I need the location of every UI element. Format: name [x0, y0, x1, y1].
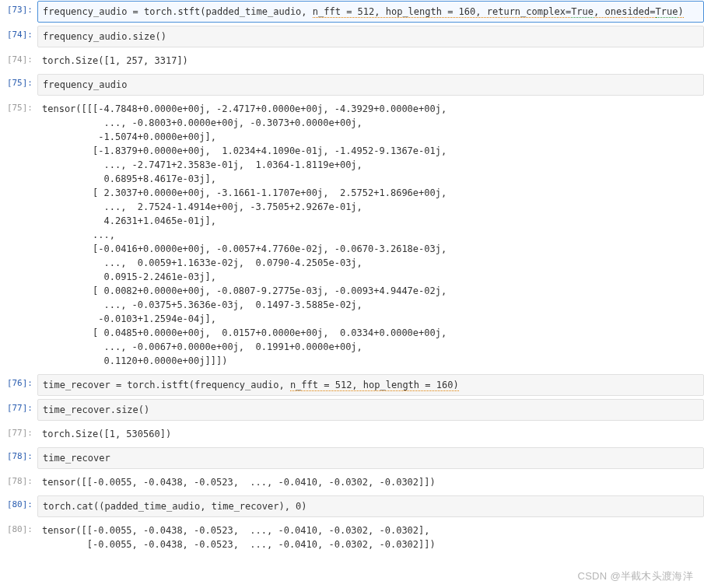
- code-cell: [80]:torch.cat((padded_time_audio, time_…: [0, 495, 704, 518]
- output-prompt: [77]:: [0, 424, 37, 444]
- code-cell: [75]:frequency_audio: [0, 73, 704, 96]
- output-prompt: [75]:: [0, 99, 37, 371]
- code-cell: [74]:frequency_audio.size(): [0, 25, 704, 48]
- parameter-hint: n_fft = 512, hop_length = 160, return_co…: [313, 6, 684, 18]
- code-cell: [76]:time_recover = torch.istft(frequenc…: [0, 373, 704, 397]
- input-prompt: [80]:: [0, 495, 37, 517]
- input-prompt: [77]:: [0, 399, 37, 421]
- watermark-text: CSDN @半截木头渡海洋: [577, 569, 693, 584]
- code-text: time_recover = torch.istft(frequency_aud…: [43, 380, 290, 390]
- output-content: tensor([[-0.0055, -0.0438, -0.0523, ...,…: [37, 520, 704, 555]
- input-prompt: [75]:: [0, 74, 37, 96]
- input-prompt: [73]:: [0, 1, 37, 23]
- code-content[interactable]: time_recover = torch.istft(frequency_aud…: [37, 374, 704, 396]
- notebook: [73]:frequency_audio = torch.stft(padded…: [0, 0, 704, 555]
- output-cell: [75]:tensor([[[-4.7848+0.0000e+00j, -2.4…: [0, 98, 704, 372]
- code-text: frequency_audio = torch.stft(padded_time…: [43, 6, 313, 17]
- code-content[interactable]: frequency_audio.size(): [37, 26, 704, 47]
- output-content: torch.Size([1, 530560]): [37, 424, 704, 444]
- code-content[interactable]: torch.cat((padded_time_audio, time_recov…: [37, 495, 704, 517]
- output-prompt: [74]:: [0, 51, 37, 71]
- code-cell: [73]:frequency_audio = torch.stft(padded…: [0, 0, 704, 23]
- output-cell: [78]:tensor([[-0.0055, -0.0438, -0.0523,…: [0, 471, 704, 493]
- code-text: time_recover.size(): [43, 404, 149, 415]
- code-text: time_recover: [43, 453, 110, 464]
- output-cell: [77]:torch.Size([1, 530560]): [0, 423, 704, 445]
- input-prompt: [78]:: [0, 447, 37, 469]
- input-prompt: [76]:: [0, 374, 37, 396]
- output-content: tensor([[[-4.7848+0.0000e+00j, -2.4717+0…: [37, 99, 704, 371]
- code-content[interactable]: time_recover: [37, 447, 704, 469]
- output-cell: [74]:torch.Size([1, 257, 3317]): [0, 50, 704, 72]
- code-cell: [78]:time_recover: [0, 446, 704, 470]
- code-text: frequency_audio: [43, 79, 127, 90]
- code-content[interactable]: frequency_audio = torch.stft(padded_time…: [37, 1, 704, 23]
- code-text: frequency_audio.size(): [43, 31, 166, 42]
- output-content: torch.Size([1, 257, 3317]): [37, 51, 704, 71]
- output-cell: [80]:tensor([[-0.0055, -0.0438, -0.0523,…: [0, 520, 704, 555]
- code-text: torch.cat((padded_time_audio, time_recov…: [43, 501, 307, 512]
- parameter-hint: n_fft = 512, hop_length = 160): [290, 380, 459, 391]
- code-cell: [77]:time_recover.size(): [0, 398, 704, 422]
- output-prompt: [80]:: [0, 520, 37, 555]
- code-content[interactable]: time_recover.size(): [37, 399, 704, 421]
- code-content[interactable]: frequency_audio: [37, 74, 704, 96]
- output-content: tensor([[-0.0055, -0.0438, -0.0523, ...,…: [37, 472, 704, 492]
- output-prompt: [78]:: [0, 472, 37, 492]
- input-prompt: [74]:: [0, 26, 37, 47]
